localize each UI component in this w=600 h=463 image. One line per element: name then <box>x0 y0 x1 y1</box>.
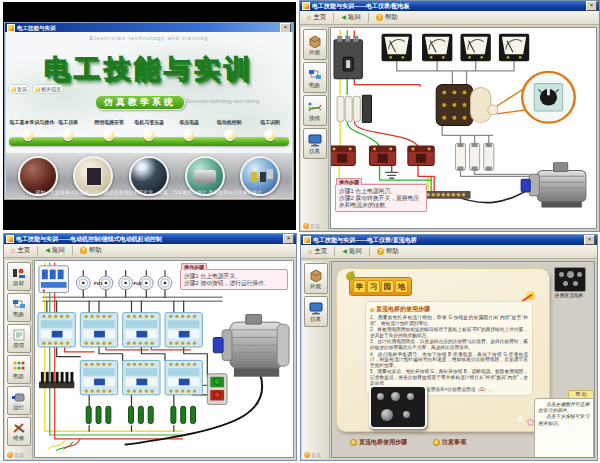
ceramic-fuses[interactable] <box>337 95 371 122</box>
link-usage-steps[interactable]: 直流电桥使用步骤 <box>350 438 407 447</box>
menu-item-instruments[interactable]: 电工仪表 <box>48 119 88 141</box>
bullet-icon <box>350 439 357 446</box>
tab-circuit[interactable]: 电路 <box>303 62 327 93</box>
ct-3 <box>408 146 434 166</box>
contactor-row-2[interactable] <box>80 360 202 394</box>
menu-sphere-icon[interactable] <box>22 129 34 141</box>
ct-2 <box>369 146 395 166</box>
tab-schematic[interactable]: 原理 <box>7 324 31 353</box>
wound-rotor-motor[interactable] <box>213 315 289 377</box>
usage-step: 1、测量前先打开检流计锁扣，即将 G 按钮处的金属圆片由“内接”旋至“外接”，将… <box>370 315 528 326</box>
bridge-device-photo <box>369 385 427 429</box>
screw-fuses[interactable]: FU1 FU2 <box>76 276 172 289</box>
music-button[interactable]: 音乐 <box>8 84 30 94</box>
title-bar[interactable]: 电工技能与实训——电工仪表/配电板 × <box>300 1 599 11</box>
tab-wiring[interactable]: 接线 <box>303 95 327 126</box>
button-station[interactable] <box>207 374 227 405</box>
changeover-switch[interactable] <box>436 85 498 126</box>
fuse-links[interactable] <box>455 143 493 170</box>
usage-step: 5、测量结束后，先松开按钮 G，再松开按钮 B，切断电源。拆除被测电阻，记录数据… <box>370 369 528 386</box>
separator <box>369 247 370 256</box>
close-icon[interactable]: × <box>280 23 291 33</box>
tab-equipment[interactable]: 器材 <box>7 262 31 291</box>
home-icon: ⌂ <box>11 247 15 254</box>
help-button[interactable]: ?帮助 <box>372 11 402 24</box>
motor-icon <box>11 391 27 403</box>
simulation-area[interactable]: 操作步骤 步骤1 合上电源闸刀。 步骤2 拨动转换开关，观察电压表和电流表的读数… <box>330 27 597 229</box>
menu-item-motors-transformers[interactable]: 电机与变压器 <box>129 119 169 141</box>
link-precautions[interactable]: 注意事项 <box>433 438 466 447</box>
simulation-area[interactable]: FU1 FU2 <box>34 260 294 458</box>
help-button[interactable]: ?帮助 <box>373 245 403 258</box>
panel-meters[interactable] <box>382 34 530 61</box>
info-button[interactable]: 相关信息 <box>32 84 64 94</box>
help-icon: ? <box>80 247 87 254</box>
box-icon <box>307 35 323 48</box>
back-icon: ◀ <box>341 14 346 21</box>
wiring-icon <box>307 101 323 114</box>
menu-item-drawings[interactable]: 电工识图 <box>250 119 290 141</box>
back-button[interactable]: ◀返回 <box>338 245 366 258</box>
help-note: 点击左侧图片可选择想学习的器件。 点击下方按钮可学习相关知识。 <box>534 398 594 458</box>
tab-devices[interactable]: 电器 <box>7 355 31 384</box>
screenshot-collage: 电工技能与实训 × Electrician technology and tra… <box>0 0 600 463</box>
meter-sim-window: 电工技能与实训——电工仪表/配电板 × ⌂主页 ◀返回 ?帮助 外观 <box>299 0 600 232</box>
close-icon[interactable]: × <box>584 235 595 245</box>
menu-sphere-icon[interactable] <box>143 129 155 141</box>
starting-resistors[interactable] <box>86 406 195 423</box>
close-icon[interactable]: × <box>283 234 294 244</box>
step-line: 步骤1 合上电源开关。 <box>184 273 284 280</box>
separator <box>72 246 73 255</box>
menu-sphere-icon[interactable] <box>264 129 276 141</box>
motor[interactable] <box>521 163 586 208</box>
close-icon[interactable]: × <box>586 1 597 11</box>
home-button[interactable]: ⌂主页 <box>304 245 331 258</box>
menu-item-basics[interactable]: 电工基本常识与操作 <box>8 119 48 141</box>
menu-sphere-icon[interactable] <box>183 129 195 141</box>
knife-switch-breaker[interactable] <box>334 36 362 79</box>
terminal-strip[interactable] <box>424 191 471 199</box>
tab-simulation[interactable]: 仿真 <box>303 128 327 159</box>
tab-run[interactable]: 运行 <box>7 386 31 415</box>
music-toggle[interactable]: 音乐 <box>7 452 24 458</box>
menu-sphere-icon[interactable] <box>103 129 115 141</box>
title-bar[interactable]: 电工技能与实训——电动机控制/绕线式电动机起动控制 × <box>4 234 296 244</box>
tab-appearance[interactable]: 外观 <box>303 29 327 60</box>
app-icon <box>6 235 14 243</box>
back-button[interactable]: ◀返回 <box>41 244 69 257</box>
music-toggle[interactable]: 音乐 <box>303 223 320 229</box>
music-toggle[interactable]: 音乐 <box>304 452 321 458</box>
tab-circuit[interactable]: 电路 <box>7 293 31 322</box>
contactor-row-1[interactable] <box>38 313 202 347</box>
tab-simulation[interactable]: 仿真 <box>304 296 328 327</box>
info-label: 相关信息 <box>41 86 61 92</box>
home-button[interactable]: ⌂主页 <box>303 11 330 24</box>
title-bar[interactable]: 电工技能与实训——电工仪表/直流电桥 × <box>301 235 597 245</box>
device-thumbnail[interactable] <box>554 267 586 292</box>
tab-appearance[interactable]: 外观 <box>304 263 328 294</box>
fu1-label: FU1 <box>94 281 103 286</box>
menu-item-lowvoltage[interactable]: 低压电器 <box>169 119 209 141</box>
menu-sphere-icon[interactable] <box>62 129 74 141</box>
home-icon: ⌂ <box>308 248 312 255</box>
menu-item-lighting[interactable]: 照明电路安装 <box>89 119 129 141</box>
app-icon <box>303 236 311 244</box>
help-button[interactable]: ?帮助 <box>76 244 106 257</box>
music-icon <box>7 452 13 458</box>
device-thumbnail-label: 便携直流电桥 <box>548 292 590 298</box>
steps-tab: 操作步骤 <box>336 178 362 185</box>
back-button[interactable]: ◀返回 <box>337 11 365 24</box>
music-icon <box>303 223 309 229</box>
operation-steps-panel: 操作步骤 步骤1 合上电源开关。 步骤2 按动按钮，进行运行操作。 <box>180 269 288 290</box>
panel-meter-1 <box>382 34 412 61</box>
current-transformers[interactable] <box>331 146 434 166</box>
circuit-breaker[interactable] <box>39 266 69 293</box>
menu-item-motor-control[interactable]: 电动机控制 <box>209 119 249 141</box>
motor-sim-canvas[interactable]: FU1 FU2 <box>35 261 293 457</box>
tab-repair[interactable]: 维修 <box>7 417 31 446</box>
title-bar[interactable]: 电工技能与实训 × <box>5 23 293 32</box>
view-sidebar: 外观 仿真 <box>302 261 330 459</box>
menu-sphere-icon[interactable] <box>224 129 236 141</box>
home-button[interactable]: ⌂主页 <box>7 244 34 257</box>
help-icon: ? <box>376 14 383 21</box>
